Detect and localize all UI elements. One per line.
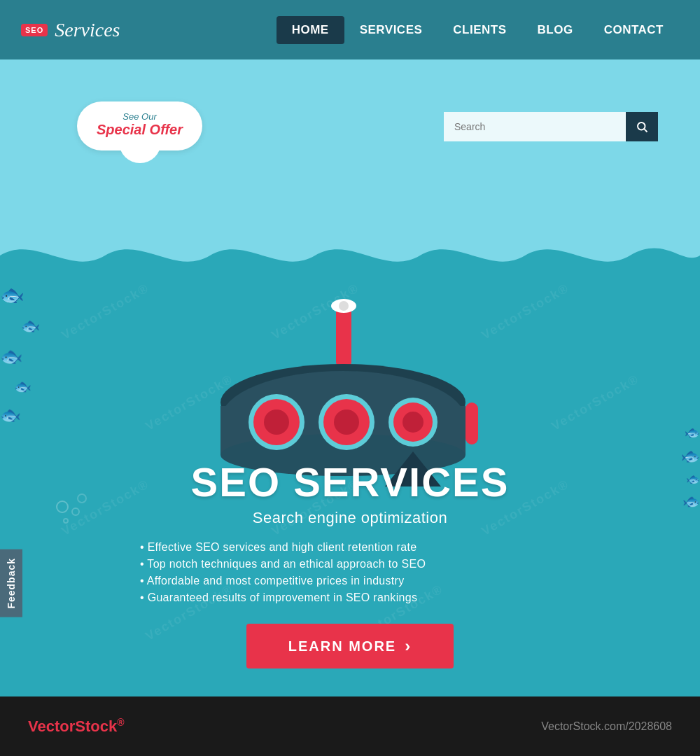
footer: VectorStock® VectorStock.com/2028608 [0,696,700,756]
bullet-2: • Top notch techniques and an ethical ap… [140,558,560,570]
svg-point-19 [402,412,424,433]
sky-background: See Our Special Offer [0,59,700,284]
svg-rect-2 [336,304,351,368]
nav-home[interactable]: HOME [276,16,344,44]
nav-clients[interactable]: CLIENTS [438,16,522,44]
feedback-tab[interactable]: Feedback [0,550,22,617]
bullet-4: • Guaranteed results of improvement in S… [140,592,560,604]
footer-url: VectorStock.com/2028608 [541,720,672,733]
svg-line-1 [644,129,647,132]
svg-point-13 [264,410,289,435]
wave-divider [0,227,700,284]
bullet-3: • Affordable and most competitive prices… [140,575,560,587]
search-button[interactable] [626,112,658,141]
navbar: SEO Services HOME SERVICES CLIENTS BLOG … [0,0,700,59]
footer-logo: VectorStock® [28,717,125,736]
svg-point-4 [339,301,349,311]
bullet-points: • Effective SEO services and high client… [140,541,560,604]
bullet-1: • Effective SEO services and high client… [140,541,560,554]
logo-badge: SEO [21,24,48,36]
nav-blog[interactable]: BLOG [522,16,589,44]
nav-contact[interactable]: CONTACT [589,16,679,44]
hero-section: See Our Special Offer VectorStock® [0,59,700,696]
search-input[interactable] [444,112,626,141]
hero-content: SEO SERVICES Search engine optimization … [140,458,560,668]
sub-title: Search engine optimization [140,509,560,527]
nav-links: HOME SERVICES CLIENTS BLOG CONTACT [276,16,679,44]
learn-more-button[interactable]: LEARN MORE › [246,624,454,668]
svg-rect-10 [465,402,478,444]
special-offer-badge[interactable]: See Our Special Offer [77,102,202,150]
special-offer-top: See Our [97,111,183,122]
underwater-background: VectorStock® VectorStock® VectorStock® V… [0,284,700,696]
nav-services[interactable]: SERVICES [344,16,438,44]
search-icon [636,120,648,133]
svg-point-16 [334,410,359,435]
special-offer-main: Special Offer [97,122,183,138]
logo-area: SEO Services [21,19,120,41]
main-title: SEO SERVICES [140,458,560,505]
svg-point-0 [638,122,645,130]
logo-text: Services [55,19,120,41]
search-area [444,112,658,141]
